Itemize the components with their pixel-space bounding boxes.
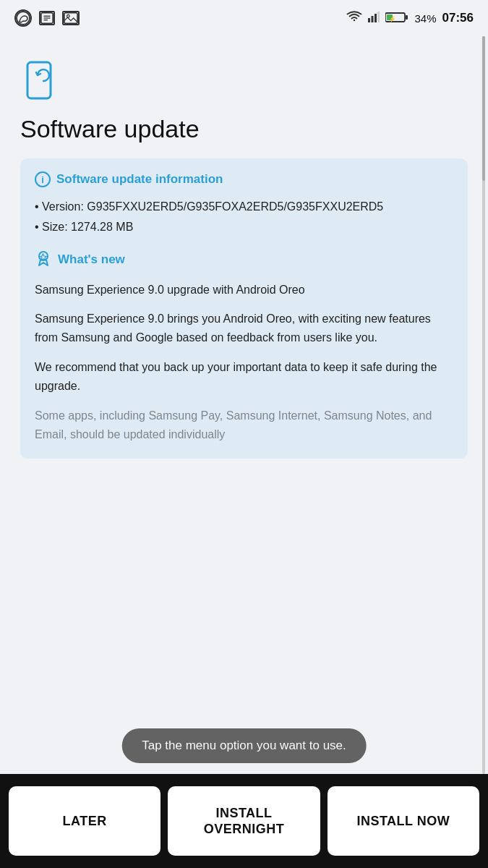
svg-rect-10 <box>378 12 380 22</box>
image-icon <box>62 11 80 25</box>
update-icon <box>20 58 65 103</box>
svg-point-6 <box>67 14 70 17</box>
status-bar: ⚡ 34% 07:56 <box>0 0 488 36</box>
svg-rect-7 <box>368 18 370 22</box>
tooltip-overlay: Tap the menu option you want to use. <box>121 728 367 763</box>
time-display: 07:56 <box>442 11 474 25</box>
whats-new-header: What's new <box>35 250 453 271</box>
scrollbar-thumb[interactable] <box>482 36 485 181</box>
info-icon: i <box>35 171 51 187</box>
status-bar-left <box>14 9 80 27</box>
info-card: i Software update information • Version:… <box>20 158 468 459</box>
svg-rect-9 <box>374 14 377 22</box>
tooltip-text: Tap the menu option you want to use. <box>142 739 346 752</box>
award-icon <box>35 250 52 271</box>
battery-indicator: ⚡ <box>385 12 408 25</box>
scrollbar-track[interactable] <box>482 36 485 774</box>
install-overnight-button[interactable]: INSTALL OVERNIGHT <box>168 786 320 856</box>
version-details: • Version: G935FXXU2ERD5/G935FOXA2ERD5/G… <box>35 197 453 236</box>
page-title: Software update <box>20 116 468 142</box>
size-text: • Size: 1274.28 MB <box>35 218 453 237</box>
svg-rect-12 <box>406 15 408 20</box>
whats-new-content: Samsung Experience 9.0 upgrade with Andr… <box>35 281 453 445</box>
later-button[interactable]: LATER <box>9 786 160 856</box>
info-header: i Software update information <box>35 171 453 187</box>
description-1: Samsung Experience 9.0 upgrade with Andr… <box>35 281 453 299</box>
description-4: Some apps, including Samsung Pay, Samsun… <box>35 407 453 445</box>
whats-new-title: What's new <box>58 252 125 267</box>
whatsapp-icon <box>14 9 32 27</box>
status-bar-right: ⚡ 34% 07:56 <box>346 11 474 26</box>
description-3: We recommend that you back up your impor… <box>35 358 453 396</box>
bottom-bar: LATER INSTALL OVERNIGHT INSTALL NOW <box>0 774 488 868</box>
battery-percentage: 34% <box>414 12 436 25</box>
update-icon-container <box>20 58 468 103</box>
signal-icon <box>368 11 380 25</box>
task-icon <box>39 11 55 25</box>
description-2: Samsung Experience 9.0 brings you Androi… <box>35 310 453 348</box>
svg-text:⚡: ⚡ <box>389 15 396 22</box>
wifi-icon <box>346 11 362 26</box>
install-now-button[interactable]: INSTALL NOW <box>328 786 479 856</box>
version-text: • Version: G935FXXU2ERD5/G935FOXA2ERD5/G… <box>35 197 453 216</box>
svg-rect-8 <box>372 16 374 22</box>
main-content: Software update i Software update inform… <box>0 36 488 774</box>
info-card-title: Software update information <box>56 172 223 187</box>
svg-rect-5 <box>64 13 77 24</box>
